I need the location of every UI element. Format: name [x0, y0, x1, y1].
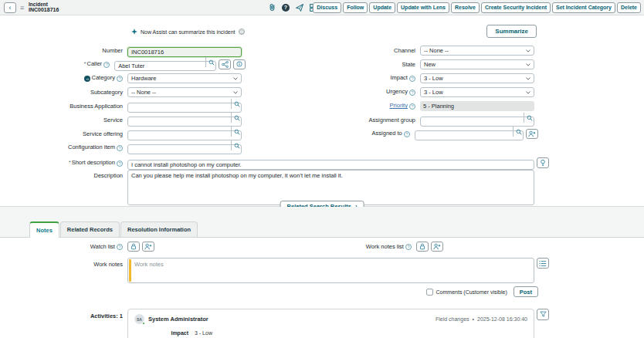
work-notes-list-lock-button[interactable] [416, 242, 429, 252]
caller-input[interactable] [114, 61, 216, 71]
change-row: Impact 3 - Low [134, 330, 527, 336]
caller-info-button[interactable] [233, 59, 246, 69]
configuration-item-lookup-icon[interactable] [231, 140, 242, 150]
app-header: ‹ ≡ Incident INC0018716 ? ⋯ Discuss Foll… [0, 0, 644, 15]
work-notes-textarea[interactable] [128, 259, 534, 282]
configuration-item-label: Configuration item ? [4, 144, 127, 150]
field-row-short-description: *Short description ? [4, 156, 549, 170]
urgency-help-icon[interactable]: ? [409, 90, 415, 96]
field-row-caller: *Caller ? [4, 57, 246, 71]
discuss-button[interactable]: Discuss [313, 2, 341, 13]
service-input[interactable] [127, 117, 242, 127]
assigned-to-input[interactable] [415, 130, 524, 140]
activity-filter-button[interactable] [537, 309, 549, 320]
work-notes-field [127, 258, 534, 283]
post-button[interactable]: Post [514, 286, 538, 297]
work-notes-label: Work notes [4, 258, 127, 268]
tab-related-records[interactable]: Related Records [60, 221, 120, 237]
send-icon[interactable] [295, 3, 303, 12]
category-help-icon[interactable]: ? [117, 76, 123, 82]
priority-help-icon[interactable]: ? [409, 103, 415, 110]
chevron-down-icon [526, 63, 530, 66]
business-application-input[interactable] [127, 103, 242, 113]
assignment-group-label: Assignment group [297, 117, 420, 123]
form-column-left: Number *Caller ? ‹›Category ? Hardware S… [4, 43, 246, 154]
assigned-to-label: Assigned to ? [297, 130, 415, 137]
help-icon[interactable]: ? [282, 4, 290, 12]
assigned-to-lookup-icon[interactable] [513, 127, 524, 137]
follow-button[interactable]: Follow [343, 2, 368, 13]
service-offering-input[interactable] [127, 130, 242, 140]
summarize-button[interactable]: Summarize [486, 25, 537, 38]
channel-label: Channel [297, 47, 420, 54]
state-select[interactable]: New [420, 59, 534, 69]
service-label: Service [4, 117, 127, 123]
update-with-lens-button[interactable]: Update with Lens [397, 2, 449, 13]
resolve-button[interactable]: Resolve [451, 2, 480, 13]
context-menu-icon[interactable]: ≡ [20, 4, 24, 12]
set-incident-category-button[interactable]: Set Incident Category [552, 2, 615, 13]
chevron-down-icon [233, 77, 238, 80]
activity-changes: Impact 3 - Low Incident state New [134, 330, 527, 338]
field-row-urgency: Urgency ? 3 - Low [297, 85, 538, 99]
configuration-item-help-icon[interactable]: ? [117, 145, 123, 151]
watch-list-help-icon[interactable]: ? [117, 244, 123, 250]
field-row-assignment-group: Assignment group [297, 113, 538, 127]
caller-share-button[interactable] [219, 59, 231, 69]
short-description-help-icon[interactable]: ? [117, 161, 123, 167]
work-notes-list-help-icon[interactable]: ? [405, 244, 412, 250]
assign-to-me-button[interactable] [526, 129, 538, 139]
form-column-right: Channel -- None -- State New Impact ? 3 … [297, 43, 538, 154]
field-row-description: Description Can you please help me insta… [4, 170, 534, 208]
service-offering-lookup-icon[interactable] [231, 127, 242, 137]
activities-row: Activities: 1 SA System Administrator Fi… [4, 309, 549, 338]
impact-help-icon[interactable]: ? [409, 76, 415, 82]
field-row-number: Number [4, 43, 246, 57]
field-row-service: Service [4, 113, 246, 127]
comments-row: Comments (Customer visible) Post [4, 286, 538, 297]
chevron-down-icon [526, 91, 530, 94]
activity-card: SA System Administrator Field changes • … [127, 309, 534, 338]
configuration-item-input[interactable] [127, 144, 242, 154]
tab-strip: Notes Related Records Resolution Informa… [29, 221, 198, 237]
assignment-group-input[interactable] [420, 117, 534, 127]
required-icon: * [69, 160, 71, 165]
delete-button[interactable]: Delete [617, 2, 641, 13]
attachment-icon[interactable] [268, 3, 276, 12]
field-row-priority: Priority ? 5 - Planning [297, 99, 538, 113]
urgency-label: Urgency ? [297, 88, 420, 95]
create-security-incident-button[interactable]: Create Security Incident [481, 2, 551, 13]
suggestion-bulb-button[interactable] [537, 157, 549, 168]
caller-help-icon[interactable]: ? [103, 62, 110, 68]
comments-visible-checkbox[interactable] [426, 289, 433, 296]
impact-select[interactable]: 3 - Low [420, 73, 534, 83]
priority-link[interactable]: Priority [390, 102, 408, 109]
category-select[interactable]: Hardware [127, 73, 242, 83]
channel-select[interactable]: -- None -- [420, 46, 534, 56]
business-application-lookup-icon[interactable] [231, 99, 242, 109]
service-lookup-icon[interactable] [231, 113, 242, 123]
activity-timestamp: 2025-12-08 16:30:40 [477, 316, 527, 322]
assigned-to-help-icon[interactable]: ? [404, 131, 410, 137]
caller-lookup-icon[interactable] [205, 57, 216, 67]
activity-meta: Field changes • 2025-12-08 16:30:40 [436, 316, 527, 322]
info-icon[interactable] [239, 29, 245, 35]
short-description-input[interactable] [127, 160, 534, 170]
incident-form: Now Assist can summarize this incident S… [0, 15, 644, 207]
work-notes-row: Work notes [4, 258, 549, 283]
avatar: SA [134, 314, 144, 324]
back-button[interactable]: ‹ [4, 2, 16, 13]
number-input[interactable] [127, 47, 242, 57]
field-row-service-offering: Service offering [4, 127, 246, 140]
watch-list-lock-button[interactable] [127, 242, 140, 252]
work-notes-list-add-user-button[interactable] [431, 242, 443, 252]
assignment-group-lookup-icon[interactable] [524, 113, 534, 123]
update-button[interactable]: Update [369, 2, 395, 13]
stream-settings-button[interactable] [537, 258, 549, 269]
subcategory-select[interactable]: -- None -- [127, 87, 242, 97]
urgency-select[interactable]: 3 - Low [420, 87, 534, 97]
field-row-assigned-to: Assigned to ? [297, 127, 538, 140]
watch-list-add-user-button[interactable] [142, 242, 154, 252]
tab-notes[interactable]: Notes [29, 221, 59, 238]
tab-resolution-information[interactable]: Resolution Information [120, 221, 198, 237]
